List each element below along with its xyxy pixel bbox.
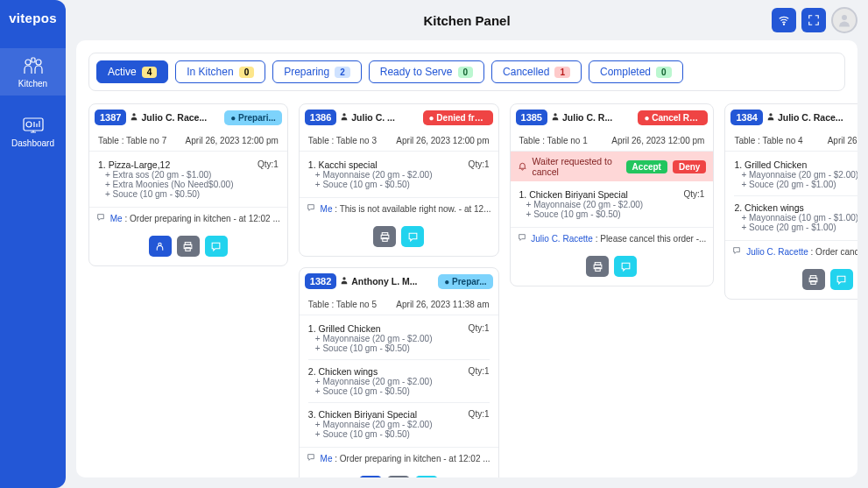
accept-button[interactable]: Accept (626, 160, 667, 173)
user-avatar[interactable] (831, 7, 857, 33)
serve-button[interactable] (359, 476, 382, 477)
wifi-button[interactable] (772, 8, 796, 32)
svg-point-5 (783, 24, 784, 25)
chat-icon (307, 204, 315, 214)
order-date: April 26, 2023 12:00 pm (396, 136, 489, 145)
nav: Kitchen Dashboard (0, 48, 66, 155)
msg-author: Julio C. Racette (531, 234, 593, 244)
item-addon: + Extra sos (20 gm - $1.00) (98, 170, 233, 180)
item-addon: + Souce (20 gm - $1.00) (734, 180, 857, 189)
msg-author: Me (110, 214, 123, 223)
order-status: Prepari... (224, 110, 282, 125)
svg-point-16 (343, 277, 346, 279)
msg-author: Me (321, 454, 333, 463)
order-item: 1. Grilled Chicken+ Mayonnaise (20 gm - … (734, 157, 857, 192)
tab-in-kitchen[interactable]: In Kitchen0 (175, 60, 265, 83)
card-column: 1384 Julio C. Race... Cancell... Table :… (724, 103, 857, 300)
print-button[interactable] (387, 476, 410, 477)
item-qty: Qty:1 (469, 366, 490, 376)
order-user: Julio C. Race... (766, 112, 857, 123)
header: Kitchen Panel (66, 0, 868, 40)
order-card: 1387 Julio C. Race... Prepari... Table :… (88, 103, 288, 266)
item-name: 1. Kacchi special+ Mayonnaise (20 gm - $… (308, 159, 433, 189)
item-qty: Qty:1 (469, 159, 490, 169)
print-button[interactable] (373, 226, 396, 247)
fullscreen-button[interactable] (801, 8, 826, 32)
order-id: 1382 (305, 273, 336, 289)
tab-cancelled[interactable]: Cancelled1 (491, 60, 582, 83)
msg-text: : Order canceled - at 12:01... (811, 247, 857, 257)
order-date: April 26, 2023 12:00 pm (186, 136, 279, 145)
item-addon: + Mayonnaise (10 gm - $1.00) (734, 213, 857, 223)
serve-button[interactable] (149, 236, 172, 257)
msg-text: : Order preparing in kitchen - at 12:02 … (124, 214, 279, 223)
item-addon: + Mayonnaise (20 gm - $2.00) (308, 420, 433, 429)
order-message: Julio C. Racette : Please cancel this or… (511, 227, 714, 249)
print-button[interactable] (802, 269, 825, 290)
svg-point-1 (36, 60, 41, 65)
print-button[interactable] (177, 236, 200, 257)
chat-button[interactable] (205, 236, 228, 257)
msg-text: : Please cancel this order -... (596, 234, 707, 244)
sidebar: vitepos Kitchen Dashboard (0, 0, 66, 488)
svg-point-4 (26, 122, 32, 127)
bell-icon (518, 161, 527, 173)
item-addon: + Mayonnaise (20 gm - $2.00) (308, 377, 433, 386)
chat-button[interactable] (401, 226, 424, 247)
banner-text: Waiter requested to cancel (533, 156, 616, 177)
sidebar-item-kitchen[interactable]: Kitchen (0, 48, 66, 95)
order-item: 2. Chicken wings+ Mayonnaise (20 gm - $2… (308, 364, 490, 399)
order-item: 3. Chicken Biriyani Special+ Mayonnaise … (308, 407, 490, 442)
order-card: 1386 Julio C. ... Denied fro... Table : … (299, 103, 499, 257)
order-id: 1384 (730, 110, 762, 125)
msg-author: Me (321, 204, 333, 214)
order-user: Anthony L. M... (340, 276, 434, 286)
item-addon: + Souce (10 gm - $0.50) (308, 343, 433, 353)
tab-active[interactable]: Active4 (96, 60, 168, 83)
order-status: Cancel Req... (638, 110, 708, 125)
sidebar-item-label: Dashboard (11, 138, 54, 148)
print-button[interactable] (586, 256, 609, 277)
page-title: Kitchen Panel (423, 13, 510, 28)
item-name: 3. Chicken Biriyani Special+ Mayonnaise … (308, 409, 433, 439)
order-item: 1. Chicken Biriyani Special+ Mayonnaise … (519, 187, 705, 222)
order-user: Julio C. Race... (130, 112, 221, 123)
user-icon (340, 112, 349, 123)
item-qty: Qty:1 (258, 159, 279, 169)
order-date: April 26, 2023 11:59 am (828, 136, 857, 145)
item-addon: + Mayonnaise (20 gm - $2.00) (308, 334, 433, 343)
item-addon: + Souce (10 gm - $0.50) (308, 386, 433, 396)
item-name: 1. Pizza-Large,12+ Extra sos (20 gm - $1… (98, 159, 233, 199)
chat-button[interactable] (614, 256, 637, 277)
item-name: 1. Chicken Biriyani Special+ Mayonnaise … (519, 189, 644, 219)
order-table: Table : Table no 7 (98, 136, 166, 145)
item-name: 1. Grilled Chicken+ Mayonnaise (20 gm - … (734, 159, 857, 189)
kitchen-icon (20, 55, 46, 76)
cancel-request-banner: Waiter requested to cancelAcceptDeny (511, 152, 714, 181)
status-tabs: Active4 In Kitchen0 Preparing2 Ready to … (88, 53, 845, 91)
brand-logo: vitepos (9, 11, 57, 25)
chat-icon (96, 214, 105, 223)
tab-completed[interactable]: Completed0 (589, 60, 683, 83)
card-column: 1386 Julio C. ... Denied fro... Table : … (299, 103, 499, 477)
svg-point-6 (842, 15, 847, 20)
tab-preparing[interactable]: Preparing2 (272, 60, 362, 83)
order-message: Me : This is not available right now. - … (300, 197, 498, 219)
order-table: Table : Table no 3 (308, 136, 377, 145)
order-table: Table : Table no 4 (734, 136, 802, 145)
chat-button[interactable] (415, 476, 438, 477)
tab-ready[interactable]: Ready to Serve0 (369, 60, 484, 83)
order-id: 1386 (305, 110, 336, 125)
sidebar-item-dashboard[interactable]: Dashboard (0, 108, 66, 155)
item-name: 2. Chicken wings+ Mayonnaise (20 gm - $2… (308, 366, 433, 396)
user-icon (766, 112, 775, 123)
msg-text: : This is not available right now. - at … (335, 204, 490, 214)
order-date: April 26, 2023 11:38 am (396, 300, 489, 309)
order-user: Julio C. R... (551, 112, 634, 123)
order-message: Me : Order preparing in kitchen - at 12:… (89, 207, 287, 229)
chat-button[interactable] (830, 269, 853, 290)
item-addon: + Souce (10 gm - $0.50) (308, 180, 433, 189)
item-addon: + Souce (10 gm - $0.50) (519, 209, 644, 219)
deny-button[interactable]: Deny (673, 160, 706, 173)
chat-icon (307, 454, 315, 463)
